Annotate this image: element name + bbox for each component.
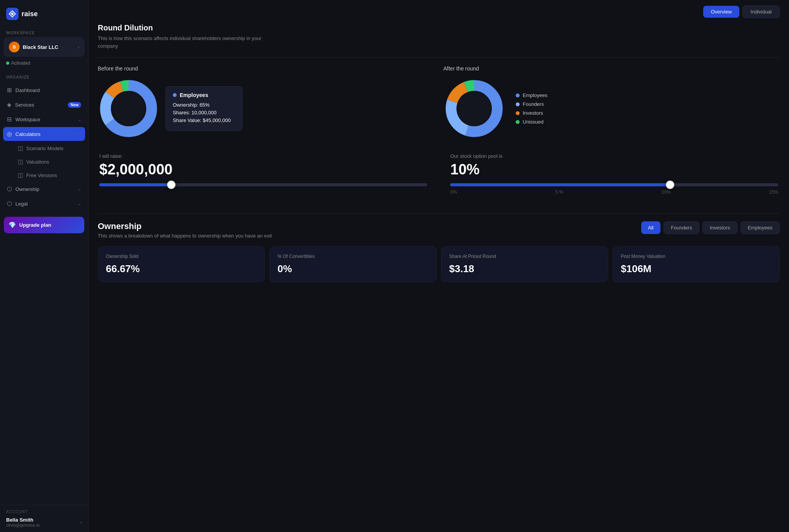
sliders-row: I will raise: $2,000,000 Our stock optio… (98, 153, 780, 195)
services-icon: ◈ (7, 101, 12, 108)
pool-slider-ticks: 0% 5 % 10% 15% (450, 189, 778, 195)
before-round-donut-wrapper: Employees Ownership: 65% Shares: 10,000,… (98, 78, 434, 139)
legend-investors: Investors (516, 110, 547, 116)
logo-icon (6, 8, 18, 20)
share-priced-round-label: Share At Priced Round (449, 254, 600, 259)
investors-legend-dot (516, 111, 520, 115)
before-round-tooltip: Employees Ownership: 65% Shares: 10,000,… (165, 86, 242, 131)
sidebar-item-calculators[interactable]: ◎ Calculators ⌃ (3, 127, 85, 141)
after-round-donut (443, 78, 505, 139)
workspace-name: Black Star LLC (23, 44, 58, 50)
post-money-valuation-card: Post Money Valuation $106M (613, 246, 780, 282)
svg-point-6 (112, 92, 145, 125)
sidebar-item-free-versions[interactable]: ◫ Free Versions (14, 169, 85, 182)
pool-slider-value: 10% (450, 161, 778, 178)
raise-slider-label: I will raise: (99, 153, 427, 159)
sidebar-item-dashboard[interactable]: ⊞ Dashboard (3, 83, 85, 97)
account-name: Bella Smith (6, 517, 40, 523)
legend-founders: Founders (516, 101, 547, 107)
free-versions-icon: ◫ (18, 172, 23, 179)
pool-slider-track[interactable] (450, 183, 778, 186)
ownership-sold-value: 66.67% (106, 263, 257, 275)
raise-slider-thumb[interactable] (167, 181, 176, 189)
before-round-label: Before the round (98, 65, 434, 72)
ownership-title: Ownership (98, 221, 272, 231)
pct-convertibles-label: % Of Convertibles (277, 254, 428, 259)
round-dilution-description: This is how this scenario affects indivi… (98, 35, 283, 50)
calculators-subnav: ◫ Scenario Models ◫ Valuations ◫ Free Ve… (3, 142, 85, 182)
sidebar-item-ownership[interactable]: ⬡ Ownership ⌄ (3, 182, 85, 196)
ownership-title-block: Ownership This shows a breakdown of what… (98, 221, 272, 239)
sidebar-item-legal[interactable]: ⬡ Legal ⌄ (3, 197, 85, 211)
post-money-valuation-label: Post Money Valuation (621, 254, 772, 259)
post-money-valuation-value: $106M (621, 263, 772, 275)
calculators-chevron-icon: ⌃ (78, 132, 81, 137)
after-round-donut-wrapper: Employees Founders Investors Unissu (443, 78, 780, 139)
sidebar-item-scenario-models[interactable]: ◫ Scenario Models (14, 142, 85, 155)
raise-slider-track[interactable] (99, 183, 427, 186)
top-bar: Overview Individual (89, 0, 789, 23)
share-priced-round-card: Share At Priced Round $3.18 (441, 246, 608, 282)
individual-tab[interactable]: Individual (742, 5, 780, 18)
ownership-chevron-icon: ⌄ (78, 187, 81, 192)
filter-investors-button[interactable]: Investors (702, 221, 737, 234)
activated-dot (6, 62, 9, 65)
sidebar: raise WORKSPACE B Black Star LLC › Activ… (0, 0, 89, 532)
legal-icon: ⬡ (7, 200, 12, 207)
calculators-icon: ◎ (7, 130, 12, 137)
workspace-selector[interactable]: B Black Star LLC › (4, 37, 84, 57)
filter-employees-button[interactable]: Employees (741, 221, 780, 234)
scenario-models-icon: ◫ (18, 145, 23, 152)
organize-section-label: ORGANIZE (0, 70, 88, 82)
main-content: Overview Individual Round Dilution This … (89, 0, 789, 532)
account-chevron-icon: › (80, 520, 82, 525)
filter-founders-button[interactable]: Founders (664, 221, 699, 234)
tooltip-employees-dot (173, 93, 177, 97)
filter-all-button[interactable]: All (641, 221, 660, 234)
pct-convertibles-value: 0% (277, 263, 428, 275)
ownership-header: Ownership This shows a breakdown of what… (98, 221, 780, 239)
filter-buttons: All Founders Investors Employees (641, 221, 780, 234)
pool-slider-label: Our stock option pool is (450, 153, 778, 159)
tooltip-title-text: Employees (180, 92, 208, 98)
sidebar-item-valuations[interactable]: ◫ Valuations (14, 155, 85, 168)
svg-point-11 (457, 92, 491, 125)
dashboard-icon: ⊞ (7, 87, 12, 94)
upgrade-plan-button[interactable]: 💎 Upgrade plan (4, 217, 84, 233)
round-dilution-title: Round Dilution (98, 23, 780, 32)
round-dilution-header: Round Dilution This is how this scenario… (98, 23, 780, 50)
logo: raise (0, 0, 88, 26)
overview-tab[interactable]: Overview (703, 6, 739, 18)
ownership-section: Ownership This shows a breakdown of what… (98, 221, 780, 282)
ownership-sold-card: Ownership Sold 66.67% (98, 246, 265, 282)
legend-employees: Employees (516, 92, 547, 98)
activated-badge: Activated (0, 60, 88, 70)
before-round-donut (98, 78, 159, 139)
raise-slider-value: $2,000,000 (99, 161, 427, 178)
workspace-icon: ⊟ (7, 116, 12, 123)
upgrade-icon: 💎 (8, 221, 16, 229)
pct-convertibles-card: % Of Convertibles 0% (269, 246, 436, 282)
pool-slider-thumb[interactable] (666, 181, 674, 189)
raise-slider-fill (99, 183, 171, 186)
logo-text: raise (22, 10, 38, 18)
tooltip-shares-row: Shares: 10,000,000 (173, 110, 235, 115)
workspace-left: B Black Star LLC (9, 42, 58, 52)
ownership-icon: ⬡ (7, 186, 12, 192)
tooltip-share-value-row: Share Value: $45,000,000 (173, 117, 235, 123)
employees-legend-dot (516, 94, 520, 97)
account-email: olivia@getraise.io (6, 523, 40, 527)
before-round-section: Before the round (98, 65, 434, 139)
workspace-section-label: WORKSPACE (0, 26, 88, 37)
sidebar-item-services[interactable]: ◈ Services New (3, 98, 85, 112)
legend-unissued: Unissued (516, 119, 547, 125)
unissued-legend-dot (516, 120, 520, 124)
chevron-right-icon: › (78, 44, 79, 50)
ownership-sold-label: Ownership Sold (106, 254, 257, 259)
main-nav: ⊞ Dashboard ◈ Services New ⊟ Workspace ⌄… (0, 82, 88, 213)
workspace-chevron-icon: ⌄ (78, 117, 81, 122)
tooltip-ownership-row: Ownership: 65% (173, 102, 235, 108)
after-round-label: After the round (443, 65, 780, 72)
sidebar-item-workspace[interactable]: ⊟ Workspace ⌄ (3, 112, 85, 126)
content-area: Round Dilution This is how this scenario… (89, 23, 789, 291)
